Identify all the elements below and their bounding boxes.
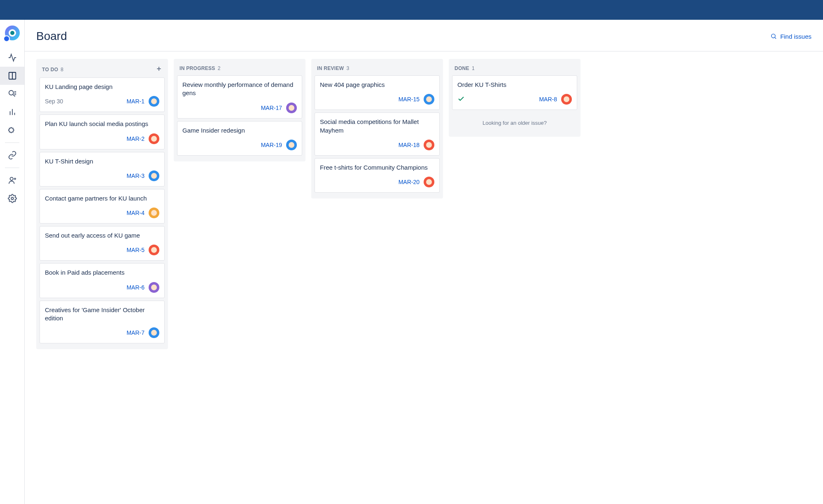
- svg-point-14: [772, 34, 775, 38]
- column-count: 8: [61, 67, 63, 72]
- avatar[interactable]: [561, 94, 572, 105]
- card-title: Free t-shirts for Community Champions: [320, 163, 434, 172]
- card-title: Game Insider redesign: [182, 126, 297, 135]
- card-title: Plan KU launch social media postings: [45, 120, 159, 128]
- sidebar-item-activity[interactable]: [0, 49, 24, 67]
- column-title: IN PROGRESS: [180, 65, 215, 71]
- puzzle-icon: [8, 126, 17, 135]
- sidebar-divider: [5, 168, 19, 168]
- issue-card[interactable]: Creatives for 'Game Insider' October edi…: [40, 301, 165, 344]
- gear-icon: [8, 194, 17, 203]
- card-key[interactable]: MAR-2: [126, 135, 145, 142]
- avatar[interactable]: [149, 96, 159, 107]
- card-footer: MAR-18: [320, 140, 434, 150]
- card-footer: MAR-5: [45, 245, 159, 255]
- card-key[interactable]: MAR-4: [126, 210, 145, 216]
- card-title: KU T-Shirt design: [45, 157, 159, 166]
- issue-card[interactable]: Review monthly performance of demand gen…: [177, 75, 302, 119]
- board-icon: [8, 71, 17, 80]
- page-header: Board Find issues: [25, 20, 823, 51]
- activity-icon: [8, 53, 17, 62]
- card-title: New 404 page graphics: [320, 81, 434, 89]
- sidebar: [0, 20, 25, 504]
- add-card-button[interactable]: [156, 65, 162, 73]
- avatar[interactable]: [424, 177, 434, 187]
- card-footer: MAR-2: [45, 133, 159, 144]
- card-key[interactable]: MAR-20: [399, 179, 420, 185]
- svg-line-15: [775, 37, 776, 39]
- svg-point-10: [10, 177, 13, 180]
- avatar[interactable]: [286, 140, 297, 150]
- card-footer: MAR-8: [457, 94, 572, 105]
- svg-point-13: [11, 197, 14, 200]
- issue-card[interactable]: Order KU T-ShirtsMAR-8: [452, 75, 577, 110]
- main-area: Board Find issues TO DO8KU Landing page …: [25, 20, 823, 504]
- issue-card[interactable]: Free t-shirts for Community ChampionsMAR…: [315, 158, 440, 193]
- avatar[interactable]: [149, 245, 159, 255]
- issue-card[interactable]: Contact game partners for KU launchMAR-4: [40, 189, 165, 224]
- find-issues-link[interactable]: Find issues: [770, 33, 811, 40]
- card-title: Review monthly performance of demand gen…: [182, 81, 297, 98]
- avatar[interactable]: [424, 94, 434, 105]
- older-issue-link[interactable]: Looking for an older issue?: [452, 112, 577, 133]
- card-title: Book in Paid ads placements: [45, 268, 159, 277]
- column-count: 3: [346, 65, 349, 71]
- issue-card[interactable]: Send out early access of KU gameMAR-5: [40, 226, 165, 261]
- sidebar-item-backlog[interactable]: [0, 85, 24, 103]
- column-header: DONE1: [452, 62, 577, 75]
- board-scroll-area[interactable]: TO DO8KU Landing page designSep 30MAR-1P…: [25, 51, 823, 504]
- sidebar-item-add-user[interactable]: [0, 171, 24, 189]
- sidebar-item-link[interactable]: [0, 146, 24, 164]
- sidebar-item-reports[interactable]: [0, 103, 24, 121]
- card-key[interactable]: MAR-7: [126, 329, 145, 336]
- column-title: IN REVIEW: [317, 65, 344, 71]
- card-footer: MAR-3: [45, 170, 159, 181]
- avatar[interactable]: [149, 133, 159, 144]
- issue-card[interactable]: Plan KU launch social media postingsMAR-…: [40, 114, 165, 149]
- avatar[interactable]: [149, 170, 159, 181]
- card-key[interactable]: MAR-5: [126, 247, 145, 253]
- card-key[interactable]: MAR-6: [126, 284, 145, 291]
- sidebar-item-apps[interactable]: [0, 121, 24, 139]
- sidebar-nav-group-bottom: [0, 171, 24, 208]
- sidebar-divider: [5, 142, 19, 143]
- card-key[interactable]: MAR-1: [126, 98, 145, 105]
- column-title: TO DO: [42, 67, 58, 72]
- card-key[interactable]: MAR-15: [399, 96, 420, 103]
- card-title: Contact game partners for KU launch: [45, 194, 159, 203]
- issue-card[interactable]: KU T-Shirt designMAR-3: [40, 152, 165, 187]
- card-key[interactable]: MAR-8: [539, 96, 557, 103]
- issue-card[interactable]: Social media competitions for Mallet May…: [315, 112, 440, 156]
- card-key[interactable]: MAR-17: [261, 105, 282, 111]
- issue-card[interactable]: Book in Paid ads placementsMAR-6: [40, 263, 165, 298]
- backlog-icon: [8, 89, 17, 98]
- avatar[interactable]: [149, 282, 159, 293]
- avatar[interactable]: [286, 103, 297, 113]
- avatar[interactable]: [424, 140, 434, 150]
- card-footer: MAR-4: [45, 208, 159, 218]
- sidebar-item-board[interactable]: [0, 67, 24, 85]
- issue-card[interactable]: KU Landing page designSep 30MAR-1: [40, 77, 165, 112]
- search-icon: [770, 33, 777, 40]
- svg-point-2: [9, 91, 13, 95]
- column-title: DONE: [455, 65, 469, 71]
- board-column: IN PROGRESS2Review monthly performance o…: [174, 59, 305, 161]
- column-count: 1: [472, 65, 475, 71]
- issue-card[interactable]: Game Insider redesignMAR-19: [177, 121, 302, 156]
- card-date: Sep 30: [45, 98, 63, 105]
- card-key[interactable]: MAR-19: [261, 142, 282, 148]
- avatar[interactable]: [149, 327, 159, 338]
- column-count: 2: [218, 65, 221, 71]
- card-key[interactable]: MAR-3: [126, 173, 145, 179]
- project-logo[interactable]: [5, 26, 20, 40]
- issue-card[interactable]: New 404 page graphicsMAR-15: [315, 75, 440, 110]
- avatar[interactable]: [149, 208, 159, 218]
- sidebar-item-settings[interactable]: [0, 189, 24, 208]
- add-user-icon: [8, 176, 17, 185]
- column-header: IN REVIEW3: [315, 62, 440, 75]
- check-icon: [457, 95, 465, 104]
- link-icon: [8, 151, 17, 160]
- column-header: IN PROGRESS2: [177, 62, 302, 75]
- app-layout: Board Find issues TO DO8KU Landing page …: [0, 20, 823, 504]
- card-key[interactable]: MAR-18: [399, 142, 420, 148]
